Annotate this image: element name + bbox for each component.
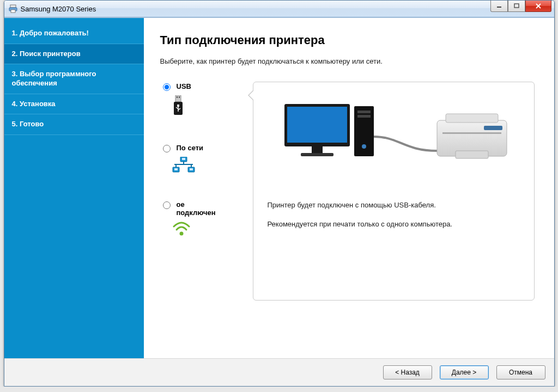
svg-rect-7 [175,95,181,102]
svg-rect-27 [287,107,347,143]
description-line-2: Рекомендуется при печати только с одного… [268,220,520,228]
radio-wireless[interactable] [163,201,171,209]
svg-rect-0 [10,5,16,8]
svg-rect-31 [357,111,371,113]
window-body: 1. Добро пожаловать! 2. Поиск принтеров … [4,17,554,358]
sidebar-step-welcome[interactable]: 1. Добро пожаловать! [4,23,144,44]
wifi-icon [172,221,242,236]
svg-rect-28 [312,146,323,153]
svg-rect-9 [179,96,180,98]
network-icon [172,157,242,173]
printer-icon [9,4,17,13]
usb-icon [172,95,242,116]
svg-rect-8 [177,96,178,98]
main-content: Тип подключения принтера Выберите, как п… [144,18,554,358]
option-wireless[interactable]: ое подключен [160,200,242,236]
svg-rect-22 [174,168,178,170]
svg-rect-16 [182,158,185,160]
page-subtitle: Выберите, как принтер будет подключаться… [160,57,535,65]
next-button[interactable]: Далее > [440,365,489,379]
title-bar: Samsung M2070 Series [4,1,554,17]
svg-rect-37 [484,126,502,130]
wizard-footer: < Назад Далее > Отмена [4,358,554,386]
close-button[interactable] [525,1,551,12]
minimize-button[interactable] [490,1,508,12]
svg-rect-38 [456,151,488,158]
option-network-label: По сети [177,144,204,152]
back-button[interactable]: < Назад [383,365,432,379]
window-controls [490,1,551,12]
connection-options: USB [160,82,242,301]
description-text: Принтер будет подключен с помощью USB-ка… [268,201,520,228]
radio-usb[interactable] [163,83,171,91]
svg-rect-24 [190,168,193,170]
wizard-sidebar: 1. Добро пожаловать! 2. Поиск принтеров … [4,18,144,358]
option-network[interactable]: По сети [160,143,242,173]
connection-illustration [268,99,520,175]
window-title: Samsung M2070 Series [21,5,96,13]
svg-rect-32 [357,115,371,118]
svg-point-25 [179,232,183,236]
svg-rect-36 [442,132,501,134]
svg-rect-35 [446,114,498,122]
svg-rect-30 [354,106,374,156]
svg-rect-11 [177,105,179,107]
option-wireless-label: ое подключен [177,200,216,217]
cancel-button[interactable]: Отмена [496,365,545,379]
svg-rect-29 [301,153,333,156]
maximize-button[interactable] [508,1,525,12]
description-line-1: Принтер будет подключен с помощью USB-ка… [268,201,520,209]
svg-point-33 [362,144,366,149]
page-heading: Тип подключения принтера [160,33,535,47]
svg-rect-2 [11,10,15,13]
sidebar-step-software[interactable]: 3. Выбор программного обеспечения [4,64,144,94]
option-usb-label: USB [177,82,191,90]
option-usb[interactable]: USB [160,82,242,116]
svg-rect-4 [514,4,519,8]
radio-network[interactable] [163,145,171,152]
description-panel: Принтер будет подключен с помощью USB-ка… [253,82,535,301]
sidebar-step-done[interactable]: 5. Готово [4,114,144,135]
sidebar-step-install[interactable]: 4. Установка [4,94,144,115]
options-row: USB [160,82,535,301]
installer-window: Samsung M2070 Series 1. Добро пожаловать… [4,0,555,387]
sidebar-step-search[interactable]: 2. Поиск принтеров [4,44,144,65]
